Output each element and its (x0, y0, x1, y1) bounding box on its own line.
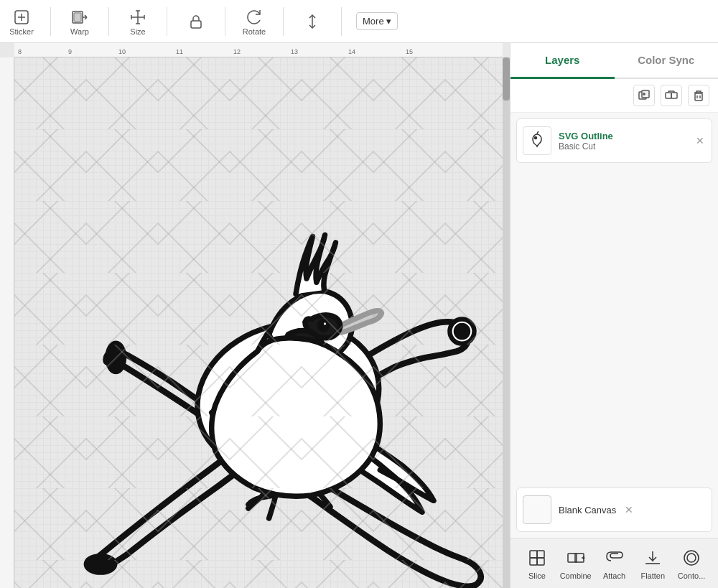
right-panel: Layers Color Sync (510, 43, 718, 588)
layer-item-svg-outline[interactable]: SVG Outline Basic Cut ✕ (516, 118, 712, 163)
svg-point-50 (684, 551, 699, 565)
sticker-icon (11, 7, 32, 27)
svg-rect-32 (671, 93, 677, 98)
blank-canvas-close-button[interactable]: ✕ (623, 503, 635, 517)
svg-rect-14 (191, 21, 201, 28)
layer-actions-row (510, 79, 718, 113)
blank-canvas-thumbnail (523, 495, 551, 524)
ruler-mark-9: 9 (68, 48, 72, 55)
position-tool[interactable] (298, 11, 327, 32)
combine-label: Combine (560, 571, 592, 580)
size-icon (128, 7, 148, 27)
contour-icon (680, 546, 703, 569)
slice-tool[interactable]: Slice (519, 546, 555, 580)
combine-icon (564, 546, 587, 569)
ruler-vertical (0, 57, 14, 588)
svg-rect-31 (666, 93, 671, 98)
svg-line-21 (235, 393, 296, 419)
position-icon (302, 11, 322, 32)
layer-close-button[interactable]: ✕ (694, 134, 706, 148)
svg-rect-36 (695, 93, 702, 101)
more-arrow: ▾ (386, 16, 391, 27)
separator-1 (50, 7, 51, 36)
svg-point-19 (457, 326, 467, 337)
blank-canvas-row[interactable]: Blank Canvas ✕ (516, 487, 712, 532)
svg-line-24 (265, 424, 332, 447)
flatten-label: Flatten (640, 571, 665, 580)
flatten-icon (641, 546, 664, 569)
tab-bar: Layers Color Sync (510, 43, 718, 79)
svg-rect-42 (530, 558, 537, 565)
svg-line-22 (246, 403, 312, 429)
ruler-mark-12: 12 (233, 48, 241, 55)
warp-tool[interactable]: Warp (65, 7, 94, 36)
svg-rect-41 (537, 551, 544, 558)
attach-label: Attach (603, 571, 625, 580)
bird-artwork (50, 129, 495, 588)
bottom-toolbar: Slice Combine (510, 538, 718, 588)
slice-icon (526, 546, 549, 569)
drawing-canvas[interactable] (14, 57, 503, 588)
svg-point-39 (535, 137, 537, 139)
sticker-label: Sticker (9, 27, 34, 36)
svg-rect-4 (74, 13, 81, 22)
size-tool[interactable]: Size (123, 7, 152, 36)
layer-name: SVG Outline (559, 131, 687, 141)
combine-tool[interactable]: Combine (558, 546, 594, 580)
size-label: Size (130, 27, 145, 36)
svg-point-26 (323, 322, 326, 325)
layer-subname: Basic Cut (559, 141, 687, 151)
sticker-tool[interactable]: Sticker (7, 7, 36, 36)
contour-tool[interactable]: Conto... (673, 546, 709, 580)
separator-4 (225, 7, 225, 36)
layer-info: SVG Outline Basic Cut (559, 131, 687, 151)
ruler-mark-10: 10 (118, 48, 126, 55)
layer-list: SVG Outline Basic Cut ✕ (510, 113, 718, 487)
blank-canvas-label: Blank Canvas (559, 505, 616, 515)
separator-2 (108, 7, 109, 36)
lock-icon (186, 11, 206, 32)
more-label: More (363, 16, 384, 27)
group-layers-button[interactable] (661, 85, 682, 106)
slice-label: Slice (528, 571, 546, 580)
scrollbar-thumb[interactable] (503, 57, 510, 101)
ruler-mark-13: 13 (291, 48, 298, 55)
rotate-icon (244, 7, 264, 27)
delete-layer-button[interactable] (688, 85, 709, 106)
ruler-mark-15: 15 (406, 48, 413, 55)
svg-point-20 (180, 303, 396, 491)
rotate-label: Rotate (243, 27, 266, 36)
top-toolbar: Sticker Warp Size (0, 0, 718, 43)
vertical-scrollbar[interactable] (503, 57, 510, 588)
flatten-tool[interactable]: Flatten (635, 546, 671, 580)
svg-point-25 (320, 322, 327, 330)
tab-layers[interactable]: Layers (510, 43, 615, 79)
separator-6 (341, 7, 342, 36)
svg-point-18 (449, 319, 474, 344)
ruler-mark-14: 14 (348, 48, 355, 55)
svg-line-23 (256, 414, 323, 439)
svg-point-16 (87, 556, 114, 571)
separator-3 (167, 7, 167, 36)
svg-rect-40 (530, 551, 537, 558)
ruler-mark-11: 11 (176, 48, 183, 55)
lock-tool[interactable] (182, 11, 210, 32)
svg-rect-43 (537, 558, 544, 565)
attach-icon (602, 546, 625, 569)
warp-icon (70, 7, 90, 27)
main-content: 8 9 10 11 12 13 14 15 (0, 43, 718, 588)
rotate-tool[interactable]: Rotate (240, 7, 269, 36)
tab-color-sync[interactable]: Color Sync (615, 43, 719, 79)
warp-label: Warp (70, 27, 89, 36)
layer-thumbnail (523, 126, 551, 155)
canvas-area[interactable]: 8 9 10 11 12 13 14 15 (0, 43, 510, 588)
svg-point-51 (687, 554, 696, 562)
attach-tool[interactable]: Attach (596, 546, 632, 580)
svg-point-17 (108, 344, 123, 371)
more-button[interactable]: More ▾ (356, 12, 398, 30)
contour-label: Conto... (678, 571, 706, 580)
ruler-horizontal: 8 9 10 11 12 13 14 15 (14, 43, 503, 57)
separator-5 (283, 7, 284, 36)
ruler-mark-8: 8 (18, 48, 22, 55)
add-layer-button[interactable] (633, 85, 655, 106)
